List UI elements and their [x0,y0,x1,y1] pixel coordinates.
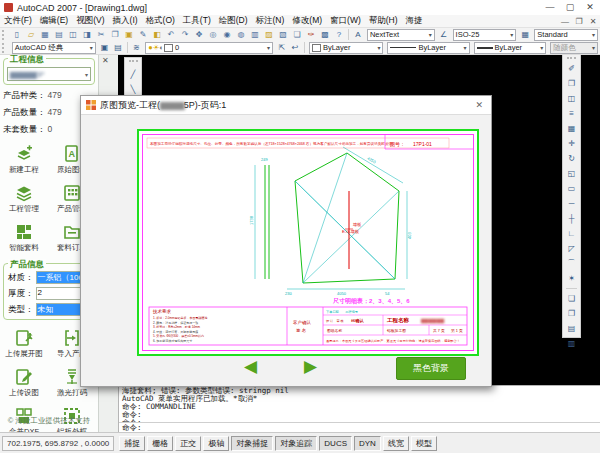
move-icon[interactable]: ✛ [565,137,578,150]
dialog-close-icon[interactable]: ✕ [472,100,486,110]
menu-item-H[interactable]: 帮助(H) [365,15,402,27]
paste-icon[interactable]: ▣ [122,28,135,41]
copy-icon[interactable]: ❐ [565,77,578,90]
stretch-icon[interactable]: ▭ [565,182,578,195]
maximize-button[interactable]: ▢ [560,0,580,15]
explode-icon[interactable]: ✶ [565,272,578,285]
panel-close-icon[interactable]: ✕ [102,56,109,65]
scale-icon[interactable]: ◱ [565,167,578,180]
toggle-DYN[interactable]: DYN [354,436,381,451]
publish-icon[interactable]: ◨ [80,28,93,41]
sidebar-button-新建工程[interactable]: 新建工程 [0,140,48,179]
rotate-icon[interactable]: ↻ [565,152,578,165]
block-editor-icon[interactable]: ◧ [150,28,163,41]
menu-item-F[interactable]: 文件(F) [0,15,36,27]
toggle-捕捉[interactable]: 捕捉 [119,436,145,451]
new-file-icon[interactable]: ▯ [10,28,23,41]
linetype-combo[interactable]: ByLayer▾ [387,42,469,54]
menu-item-T[interactable]: 工具(T) [179,15,215,27]
offset-icon[interactable]: ≡ [565,107,578,120]
quick-calc-icon[interactable]: ▩ [318,28,331,41]
dialog-title-bar[interactable]: 原图预览-工程(▆▆▆▆5P)-页码:1 ✕ [81,96,491,115]
lineweight-combo[interactable]: ByLayer▾ [474,42,547,54]
erase-icon[interactable]: ✐ [565,62,578,75]
array-icon[interactable]: ▦ [565,122,578,135]
tool-palettes-icon[interactable]: ▧ [276,28,289,41]
menu-item-I[interactable]: 插入(I) [109,15,142,27]
zoom-previous-icon[interactable]: ◍ [234,28,247,41]
break-icon[interactable]: ∟ [565,227,578,240]
toggle-极轴[interactable]: 极轴 [203,436,229,451]
properties-icon[interactable]: ▥ [248,28,261,41]
plot-preview-icon[interactable]: ◫ [66,28,79,41]
layer-freeze-icon[interactable]: ☀ [153,43,160,52]
line-icon[interactable]: ╱ [127,68,140,81]
toolbar-grip[interactable] [2,43,8,53]
command-history[interactable]: 海捷套料; 错误: 参数类型错误: stringp nilAutoCAD 菜单实… [119,386,600,422]
pan-icon[interactable]: ✥ [192,28,205,41]
menu-item-V[interactable]: 视图(V) [72,15,108,27]
table-style-combo[interactable]: Standard▾ [534,29,598,41]
child-restore-button[interactable]: ❐ [572,17,586,26]
mirror-icon[interactable]: ◫ [565,92,578,105]
workspace-combo[interactable]: AutoCAD 经典▾ [12,42,96,54]
menu-item-E[interactable]: 编辑(E) [36,15,72,27]
menu-item-W[interactable]: 窗口(W) [326,15,365,27]
menu-item-M[interactable]: 修改(M) [288,15,326,27]
draworder-front-icon[interactable]: ❏ [565,292,578,305]
prev-page-button[interactable]: ◀ [244,358,257,375]
zoom-window-icon[interactable]: ◉ [220,28,233,41]
menu-item-N[interactable]: 标注(N) [252,15,289,27]
sidebar-button-上传设图[interactable]: 上传设图 [0,363,48,402]
extend-icon[interactable]: ┼ [565,212,578,225]
make-layer-current-icon[interactable]: ⇱ [276,41,288,54]
toolbar-grip[interactable] [2,30,8,40]
toggle-模型[interactable]: 模型 [411,436,437,451]
plot-icon[interactable]: ▤ [52,28,65,41]
match-properties-icon[interactable]: ✎ [136,28,149,41]
child-close-button[interactable]: ✕ [586,17,600,26]
help-icon[interactable]: ? [332,28,345,41]
workspace-save-icon[interactable]: ▤ [112,41,124,54]
markup-icon[interactable]: ✑ [304,28,317,41]
layer-color-swatch[interactable] [164,44,173,52]
undo-icon[interactable]: ↶ [164,28,177,41]
close-button[interactable]: ✕ [580,0,600,15]
sidebar-button-智能套料[interactable]: 智能套料 [0,218,48,257]
next-page-button[interactable]: ▶ [304,358,317,375]
toggle-对象追踪[interactable]: 对象追踪 [275,436,317,451]
sheet-set-manager-icon[interactable]: ❏ [290,28,303,41]
menu-item-D[interactable]: 绘图(D) [215,15,252,27]
color-combo[interactable]: ByLayer▾ [309,42,384,54]
cut-icon[interactable]: ✂ [94,28,107,41]
sidebar-button-工程管理[interactable]: 工程管理 [0,179,48,218]
project-selector[interactable]: ▆▆▆▆▆5P ▾ [7,67,91,81]
designcenter-icon[interactable]: ▨ [262,28,275,41]
draworder-back-icon[interactable]: ❐ [565,307,578,320]
child-minimize-button[interactable]: — [558,17,572,26]
redo-icon[interactable]: ↷ [178,28,191,41]
toggle-栅格[interactable]: 栅格 [147,436,173,451]
sidebar-button-上传展开图[interactable]: 上传展开图 [0,324,48,363]
fillet-icon[interactable]: ⌒ [565,257,578,270]
toggle-正交[interactable]: 正交 [175,436,201,451]
toggle-线宽[interactable]: 线宽 [383,436,409,451]
toggle-DUCS[interactable]: DUCS [319,436,352,451]
draworder-above-icon[interactable]: ▤ [565,322,578,335]
layer-combo[interactable]: ● ☀ ◐ 0▾ [145,42,273,54]
open-file-icon[interactable]: ▱ [24,28,37,41]
menu-item-[interactable]: 海捷 [402,15,427,27]
minimize-button[interactable]: — [540,0,560,15]
layer-properties-icon[interactable]: ≋ [130,41,142,54]
layer-previous-icon[interactable]: ↩ [289,41,301,54]
toggle-对象捕捉[interactable]: 对象捕捉 [231,436,273,451]
trim-icon[interactable]: ─ [565,197,578,210]
draworder-under-icon[interactable]: ▥ [565,337,578,350]
zoom-realtime-icon[interactable]: ◎ [206,28,219,41]
save-file-icon[interactable]: ▦ [38,28,51,41]
black-background-button[interactable]: 黑色背景 [396,357,466,380]
dim-style-combo[interactable]: ISO-25▾ [453,29,517,41]
chamfer-icon[interactable]: ◸ [565,242,578,255]
text-style-combo[interactable]: NextText▾ [367,29,435,41]
copy-icon[interactable]: ❐ [108,28,121,41]
